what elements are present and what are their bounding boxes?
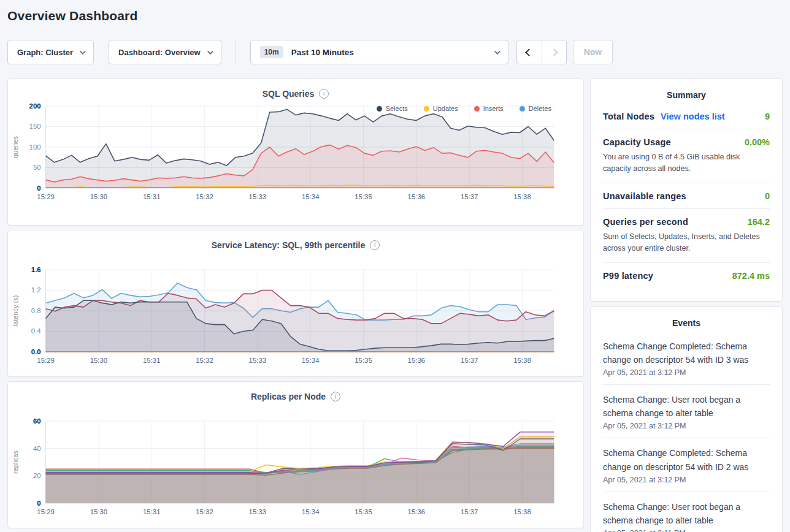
svg-text:15:38: 15:38 bbox=[513, 193, 531, 200]
prev-time-button[interactable] bbox=[517, 40, 542, 64]
svg-text:15:30: 15:30 bbox=[90, 357, 108, 364]
svg-text:15:31: 15:31 bbox=[143, 357, 161, 364]
svg-text:0.8: 0.8 bbox=[31, 307, 41, 314]
time-window-badge: 10m bbox=[260, 46, 283, 58]
svg-text:15:33: 15:33 bbox=[249, 508, 267, 515]
replicas-per-node-chart: 15:2915:3015:3115:3215:3315:3415:3515:36… bbox=[8, 417, 583, 520]
chart-title: Service Latency: SQL, 99th percentile bbox=[212, 240, 366, 250]
svg-text:20: 20 bbox=[33, 472, 41, 479]
event-item: Schema Change: User root began a schema … bbox=[603, 492, 770, 532]
svg-text:100: 100 bbox=[29, 143, 41, 151]
summary-label: Total Nodes bbox=[603, 112, 654, 121]
time-window-dropdown[interactable]: 10m Past 10 Minutes bbox=[250, 40, 508, 64]
chevron-right-icon bbox=[550, 48, 558, 56]
summary-value: 0.00% bbox=[745, 137, 770, 147]
svg-text:15:36: 15:36 bbox=[408, 357, 426, 364]
info-icon[interactable]: i bbox=[319, 89, 329, 99]
svg-text:15:35: 15:35 bbox=[355, 193, 372, 200]
svg-text:15:38: 15:38 bbox=[513, 508, 531, 515]
page-title: Overview Dashboard bbox=[7, 8, 790, 24]
legend-dot bbox=[474, 106, 480, 112]
summary-caption: Sum of Selects, Updates, Inserts, and De… bbox=[603, 231, 770, 255]
svg-text:15:31: 15:31 bbox=[143, 193, 161, 200]
legend-item-inserts[interactable]: Inserts bbox=[474, 105, 504, 112]
chart-title: Replicas per Node bbox=[251, 392, 326, 401]
legend-item-deletes[interactable]: Deletes bbox=[520, 105, 551, 112]
summary-value: 872.4 ms bbox=[732, 271, 770, 281]
event-timestamp: Apr 05, 2021 at 3:12 PM bbox=[603, 422, 770, 430]
next-time-button[interactable] bbox=[542, 40, 566, 64]
svg-text:15:32: 15:32 bbox=[196, 357, 213, 364]
charts-column: SQL Queriesi SelectsUpdatesInsertsDelete… bbox=[7, 78, 584, 532]
chevron-down-icon bbox=[80, 48, 86, 55]
svg-text:15:30: 15:30 bbox=[90, 508, 108, 515]
svg-text:15:29: 15:29 bbox=[37, 357, 55, 364]
svg-text:queries: queries bbox=[12, 135, 19, 158]
info-icon[interactable]: i bbox=[370, 240, 380, 250]
svg-text:1.2: 1.2 bbox=[31, 286, 41, 294]
svg-text:15:34: 15:34 bbox=[302, 508, 320, 515]
svg-text:15:29: 15:29 bbox=[37, 508, 55, 515]
events-title: Events bbox=[603, 318, 770, 328]
event-timestamp: Apr 05, 2021 at 3:12 PM bbox=[603, 476, 770, 484]
events-panel: Events Schema Change Completed: Schema c… bbox=[590, 306, 783, 532]
svg-text:150: 150 bbox=[29, 123, 41, 130]
summary-panel: Summary Total NodesView nodes list9Capac… bbox=[590, 78, 783, 302]
svg-text:50: 50 bbox=[33, 164, 41, 171]
svg-text:15:36: 15:36 bbox=[408, 508, 426, 515]
svg-text:latency (s): latency (s) bbox=[12, 295, 19, 327]
legend-item-updates[interactable]: Updates bbox=[424, 105, 458, 112]
legend-item-selects[interactable]: Selects bbox=[377, 105, 408, 112]
summary-caption: You are using 0 B of 4.5 GiB usable disk… bbox=[603, 151, 770, 175]
toolbar-divider bbox=[236, 40, 236, 64]
summary-label: Capacity Usage bbox=[603, 137, 671, 147]
svg-text:15:36: 15:36 bbox=[408, 193, 426, 200]
graph-selector-dropdown[interactable]: Graph: Cluster bbox=[7, 40, 94, 64]
summary-title: Summary bbox=[603, 90, 770, 100]
info-icon[interactable]: i bbox=[331, 392, 340, 401]
toolbar: Graph: Cluster Dashboard: Overview 10m P… bbox=[7, 40, 783, 64]
svg-text:15:31: 15:31 bbox=[143, 508, 161, 515]
legend-label: Selects bbox=[386, 105, 408, 112]
legend-dot bbox=[424, 106, 429, 112]
summary-value: 164.2 bbox=[748, 217, 770, 227]
event-message: Schema Change Completed: Schema change o… bbox=[603, 340, 770, 367]
event-message: Schema Change: User root began a schema … bbox=[603, 500, 770, 527]
dashboard-selector-label: Dashboard: Overview bbox=[118, 48, 201, 57]
svg-text:60: 60 bbox=[33, 417, 41, 425]
summary-row: Capacity Usage0.00%You are using 0 B of … bbox=[603, 129, 770, 183]
chevron-down-icon bbox=[494, 48, 500, 55]
sql-queries-chart: 15:2915:3015:3115:3215:3315:3415:3515:36… bbox=[8, 102, 583, 205]
event-message: Schema Change: User root began a schema … bbox=[603, 393, 770, 420]
svg-text:0.0: 0.0 bbox=[31, 348, 41, 355]
summary-row: Unavailable ranges0 bbox=[603, 183, 770, 208]
view-nodes-list-link[interactable]: View nodes list bbox=[661, 112, 725, 121]
summary-row: P99 latency872.4 ms bbox=[603, 262, 770, 288]
chevron-left-icon bbox=[525, 48, 533, 56]
summary-label: Unavailable ranges bbox=[603, 191, 686, 201]
event-timestamp: Apr 05, 2021 at 3:11 PM bbox=[603, 529, 770, 532]
chart-panel-service-latency: Service Latency: SQL, 99th percentilei 1… bbox=[7, 230, 584, 377]
legend-label: Inserts bbox=[483, 105, 504, 112]
chevron-down-icon bbox=[207, 48, 213, 55]
event-message: Schema Change Completed: Schema change o… bbox=[603, 446, 770, 473]
svg-text:15:33: 15:33 bbox=[249, 193, 267, 200]
service-latency-chart: 15:2915:3015:3115:3215:3315:3415:3515:36… bbox=[8, 266, 583, 369]
svg-text:15:35: 15:35 bbox=[355, 357, 372, 364]
svg-text:1.6: 1.6 bbox=[31, 266, 41, 273]
summary-label: P99 latency bbox=[603, 271, 653, 281]
svg-text:15:33: 15:33 bbox=[249, 357, 267, 364]
svg-text:15:34: 15:34 bbox=[302, 193, 320, 200]
chart-title: SQL Queries bbox=[263, 89, 315, 99]
event-item: Schema Change Completed: Schema change o… bbox=[603, 332, 770, 384]
legend-label: Deletes bbox=[529, 105, 551, 112]
svg-text:15:34: 15:34 bbox=[302, 357, 320, 364]
dashboard-selector-dropdown[interactable]: Dashboard: Overview bbox=[109, 40, 221, 64]
summary-row: Queries per second164.2Sum of Selects, U… bbox=[603, 208, 770, 262]
svg-text:200: 200 bbox=[29, 102, 41, 110]
now-button[interactable]: Now bbox=[573, 40, 613, 64]
svg-text:0: 0 bbox=[37, 500, 40, 507]
svg-text:40: 40 bbox=[33, 445, 41, 452]
summary-row: Total NodesView nodes list9 bbox=[603, 104, 770, 129]
graph-selector-label: Graph: Cluster bbox=[17, 48, 73, 57]
